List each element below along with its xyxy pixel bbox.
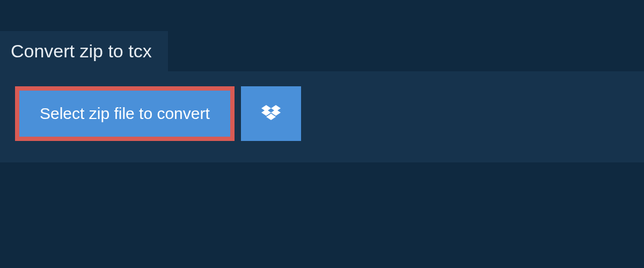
select-file-label: Select zip file to convert (40, 105, 210, 123)
dropbox-button[interactable] (241, 86, 301, 141)
tab-header: Convert zip to tcx (0, 31, 168, 71)
select-file-button[interactable]: Select zip file to convert (15, 86, 235, 141)
button-row: Select zip file to convert (15, 86, 629, 141)
upload-panel: Select zip file to convert (0, 71, 644, 162)
page-title: Convert zip to tcx (11, 41, 152, 62)
dropbox-icon (261, 105, 281, 122)
